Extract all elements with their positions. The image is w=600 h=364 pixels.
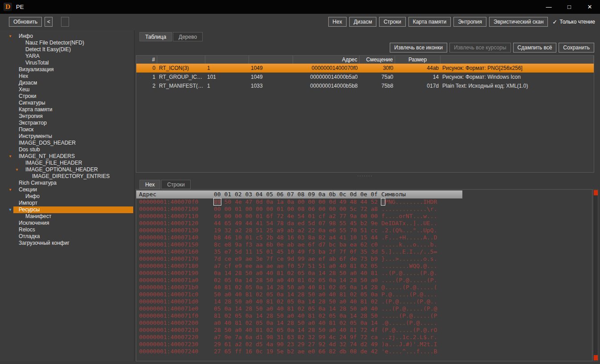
tree-item[interactable]: VirusTotal <box>0 60 134 66</box>
tab-tree[interactable]: Дерево <box>173 32 203 41</box>
hex-row[interactable]: 00000001:400071d014 28 50 a0 40 81 02 05… <box>139 298 592 305</box>
tree-item[interactable]: Карта памяти <box>0 106 134 113</box>
tree-item[interactable]: ▼Секции <box>0 186 134 193</box>
tab-table[interactable]: Таблица <box>139 32 172 41</box>
tab-hex[interactable]: Hex <box>139 180 160 189</box>
tree-item[interactable]: IMAGE_FILE_HEADER <box>0 160 134 166</box>
refresh-button[interactable]: Обновить <box>9 17 42 27</box>
hex-row[interactable]: 00000001:4000712044 65 49 44 41 54 78 da… <box>139 220 592 227</box>
hex-row[interactable]: 00000001:40007200a0 40 81 02 05 0a 14 28… <box>139 320 592 327</box>
save-button[interactable]: Сохранить <box>559 43 594 53</box>
hex-row[interactable]: 00000001:4000723029 61 a2 02 d5 4a 90 23… <box>139 341 592 348</box>
strings-button[interactable]: Строки <box>379 17 405 27</box>
column-header[interactable] <box>205 56 249 64</box>
hex-row[interactable]: 00000001:400071b040 81 02 05 0a 14 28 50… <box>139 284 592 291</box>
resource-row[interactable]: 2RT_MANIFEST(24)11033000000014000b5b875b… <box>136 81 594 90</box>
tree-item[interactable]: Отладка <box>0 233 134 240</box>
tree-item[interactable]: YARA <box>0 53 134 60</box>
tree-item[interactable]: Визуализация <box>0 66 134 73</box>
column-header[interactable] <box>157 56 205 64</box>
tree-item[interactable]: ▼IMAGE_OPTIONAL_HEADER <box>0 166 134 173</box>
tree-expand-arrow-icon[interactable]: ▼ <box>7 186 13 193</box>
tree-item[interactable]: Инструменты <box>0 133 134 140</box>
hex-row[interactable]: 00000001:400071508c e8 9a f3 aa 6b 0e ab… <box>139 241 592 248</box>
maximize-button[interactable]: □ <box>559 0 580 14</box>
tree-item[interactable]: ▼Ресурсы <box>0 206 134 213</box>
tree-item[interactable]: Relocs <box>0 226 134 233</box>
column-header[interactable] <box>441 56 594 64</box>
column-header[interactable]: Смещение <box>359 56 395 64</box>
column-header[interactable] <box>249 56 293 64</box>
heuristic-scan-button[interactable]: Эвристический скан <box>489 17 548 27</box>
hex-row[interactable]: 00000001:40007180a7 cf e9 ee aa ae ae f0… <box>139 263 592 270</box>
hex-button[interactable]: Hex <box>328 17 347 27</box>
hex-row[interactable]: 00000001:400071f081 02 05 0a 14 28 50 a0… <box>139 312 592 320</box>
column-header[interactable]: Адрес <box>293 56 359 64</box>
hex-row[interactable]: 00000001:4000710000 00 01 00 00 00 01 00… <box>139 206 592 213</box>
close-button[interactable]: ✕ <box>580 0 600 14</box>
hex-row[interactable]: 00000001:400070f089 50 4e 47 0d 0a 1a 0a… <box>139 198 592 206</box>
title-bar[interactable]: D PE —□✕ <box>0 0 600 14</box>
dump-all-button[interactable]: Сдампить всё <box>513 43 557 53</box>
hex-row[interactable]: 00000001:400071a002 05 0a 14 28 50 a0 40… <box>139 277 592 284</box>
panel-splitter[interactable] <box>136 174 594 178</box>
resource-row[interactable]: 0RT_ICON(3)1104900000001400070f030f044ab… <box>136 64 594 73</box>
entropy-button[interactable]: Энтропия <box>453 17 486 27</box>
tree-item[interactable]: Hex <box>0 73 134 80</box>
tree-item[interactable]: IMAGE_DOS_HEADER <box>0 140 134 146</box>
sidebar-tree: ▼ИнфоNauz File Detector(NFD)Detect It Ea… <box>0 33 134 247</box>
tree-expand-arrow-icon[interactable]: ▼ <box>7 206 13 213</box>
hex-row[interactable]: 00000001:40007220a7 9e 7a 6a d1 98 31 63… <box>139 334 592 341</box>
tree-item[interactable]: ▼IMAGE_NT_HEADERS <box>0 153 134 160</box>
hex-row[interactable]: 00000001:400071900a 14 28 50 a0 40 81 02… <box>139 270 592 277</box>
readonly-checkbox[interactable]: ✓ Только чтение <box>552 19 595 25</box>
selected-byte[interactable]: 89 <box>214 198 221 205</box>
hex-row[interactable]: 00000001:4000721028 50 a0 40 81 02 05 0a… <box>139 327 592 334</box>
forward-button[interactable] <box>61 17 69 27</box>
tab-strings[interactable]: Строки <box>161 180 190 189</box>
resource-row[interactable]: 1RT_GROUP_ICON...1011049000000014000b5a0… <box>136 73 594 81</box>
hex-row[interactable]: 00000001:400071e005 0a 14 28 50 a0 40 81… <box>139 305 592 312</box>
hex-bytes: 19 32 a2 28 51 25 a9 ab a2 22 0a e6 55 7… <box>214 227 381 234</box>
hex-row[interactable]: 00000001:400071707d ce e9 ae 3e 7f ce 9d… <box>139 255 592 263</box>
tree-item[interactable]: Загрузочный конфиг <box>0 240 134 247</box>
tree-item[interactable]: Импорт <box>0 200 134 206</box>
tree-item[interactable]: Дизасм <box>0 80 134 86</box>
tree-item[interactable]: Манифест <box>0 213 134 220</box>
tree-expand-arrow-icon[interactable]: ▼ <box>14 166 20 173</box>
tree-item[interactable]: Nauz File Detector(NFD) <box>0 40 134 46</box>
tree-item[interactable]: Detect It Easy(DiE) <box>0 46 134 53</box>
memory-map-button[interactable]: Карта памяти <box>408 17 451 27</box>
tree-item[interactable]: Исключения <box>0 220 134 226</box>
tree-item[interactable]: Строки <box>0 93 134 100</box>
tree-item[interactable]: Экстрактор <box>0 120 134 126</box>
disasm-button[interactable]: Дизасм <box>349 17 376 27</box>
hex-bytes: 29 61 a2 02 d5 4a 90 23 29 27 92 4d 32 7… <box>214 341 381 348</box>
tree-item[interactable]: Rich Сигнатура <box>0 180 134 186</box>
tree-item[interactable]: Поиск <box>0 126 134 133</box>
tree-item[interactable]: IMAGE_DIRECTORY_ENTRIES <box>0 173 134 180</box>
hex-view[interactable]: Адрес 00 01 02 03 04 05 06 07 08 09 0a 0… <box>136 189 592 361</box>
hex-row[interactable]: 00000001:40007140b8 46 10 01 c5 2b 48 16… <box>139 234 592 241</box>
tree-item[interactable]: Хеш <box>0 86 134 93</box>
resource-cell: 75b8 <box>359 81 395 90</box>
hex-row[interactable]: 00000001:4000711066 00 00 00 01 6f 72 4e… <box>139 213 592 220</box>
hex-row[interactable]: 00000001:4000713019 32 a2 28 51 25 a9 ab… <box>139 227 592 234</box>
tree-item[interactable]: Dos stub <box>0 146 134 153</box>
tree-expand-arrow-icon[interactable]: ▼ <box>7 153 13 160</box>
hex-row[interactable]: 00000001:400071c050 a0 40 81 02 05 0a 14… <box>139 291 592 298</box>
column-header[interactable]: # <box>136 56 157 64</box>
tree-item[interactable]: ▼Инфо <box>0 33 134 40</box>
tree-item[interactable]: Сигнатуры <box>0 100 134 106</box>
app-icon: D <box>4 3 12 11</box>
back-button[interactable]: < <box>45 17 53 27</box>
hex-row[interactable]: 00000001:4000724027 65 ff 16 0c 19 5e b2… <box>139 348 592 355</box>
hex-scrollbar[interactable] <box>593 189 598 361</box>
minimize-button[interactable]: — <box>539 0 559 14</box>
hex-row[interactable]: 00000001:4000716035 e7 5d 11 15 01 45 10… <box>139 248 592 255</box>
tree-expand-arrow-icon[interactable]: ▼ <box>7 33 13 40</box>
extract-all-icons-button[interactable]: Извлечь все иконки <box>390 43 447 53</box>
tree-item[interactable]: Инфо <box>0 193 134 200</box>
tree-item[interactable]: Энтропия <box>0 113 134 120</box>
column-header[interactable]: Размер <box>395 56 441 64</box>
